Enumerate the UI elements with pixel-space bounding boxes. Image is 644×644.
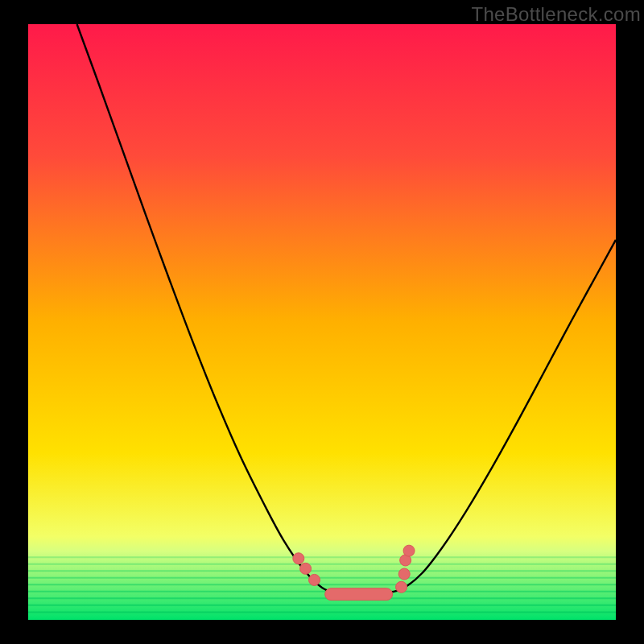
marker-left-0 <box>293 553 304 564</box>
outer-frame: TheBottleneck.com <box>0 0 644 644</box>
gradient-background <box>28 24 616 620</box>
marker-right-3 <box>403 545 415 556</box>
marker-right-0 <box>396 581 407 592</box>
marker-right-1 <box>398 568 410 580</box>
watermark-text: TheBottleneck.com <box>471 3 641 26</box>
marker-left-1 <box>300 563 312 574</box>
marker-floor-bar <box>325 588 393 601</box>
bottleneck-chart <box>28 24 616 620</box>
marker-left-2 <box>309 574 320 585</box>
